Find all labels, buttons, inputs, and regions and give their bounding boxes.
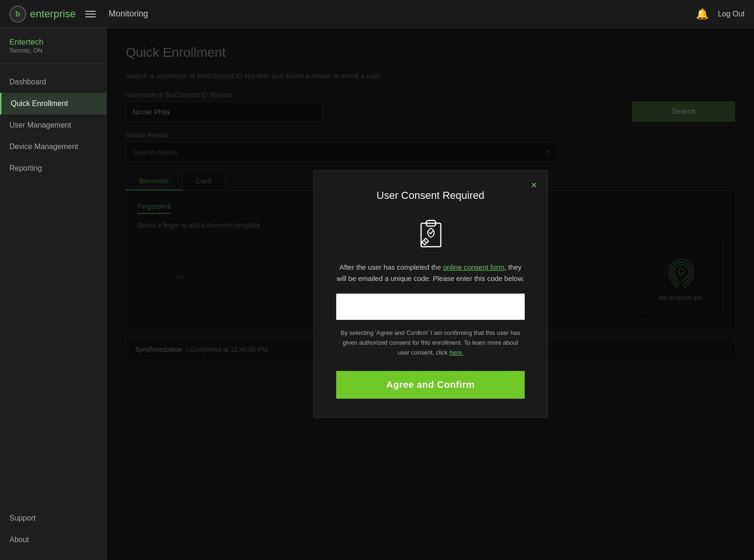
agree-confirm-button[interactable]: Agree and Confirm <box>336 371 525 399</box>
nav-left: b enterprise Monitoring <box>9 6 148 23</box>
top-nav: b enterprise Monitoring 🔔 Log Out <box>0 0 754 28</box>
main-layout: Entertech Toronto, ON Dashboard Quick En… <box>0 28 754 560</box>
company-info: Entertech Toronto, ON <box>0 38 106 64</box>
modal-overlay: × User Consent Required <box>107 28 754 560</box>
sidebar-item-about[interactable]: About <box>0 529 106 551</box>
nav-right: 🔔 Log Out <box>696 8 745 20</box>
modal-disclaimer: By selecting 'Agree and Confirm' I am co… <box>336 328 525 357</box>
learn-more-link[interactable]: here. <box>449 349 463 356</box>
modal-close-button[interactable]: × <box>531 179 537 191</box>
logo-icon: b <box>9 6 26 23</box>
svg-rect-1 <box>421 223 441 247</box>
sidebar-bottom: Support About <box>0 499 106 551</box>
sidebar-item-quick-enrollment[interactable]: Quick Enrollment <box>0 93 106 114</box>
consent-icon <box>412 213 449 250</box>
consent-form-link[interactable]: online consent form <box>443 263 505 271</box>
company-name: Entertech <box>9 38 97 47</box>
modal-body-text: After the user has completed the online … <box>336 262 525 284</box>
nav-section-label: Monitoring <box>109 9 148 19</box>
sidebar-item-dashboard[interactable]: Dashboard <box>0 71 106 93</box>
consent-code-input[interactable] <box>336 294 525 320</box>
modal-title: User Consent Required <box>336 189 525 202</box>
hamburger-menu[interactable] <box>83 9 98 19</box>
modal-icon <box>336 213 525 250</box>
sidebar-item-user-management[interactable]: User Management <box>0 114 106 136</box>
user-consent-modal: × User Consent Required <box>313 170 548 417</box>
main-content: Quick Enrollment Search a username or Bi… <box>107 28 754 560</box>
sidebar: Entertech Toronto, ON Dashboard Quick En… <box>0 28 107 560</box>
logo-name: enterprise <box>30 8 76 20</box>
notifications-icon[interactable]: 🔔 <box>696 8 709 20</box>
company-location: Toronto, ON <box>9 47 97 54</box>
logo: b enterprise <box>9 6 76 23</box>
sidebar-item-device-management[interactable]: Device Management <box>0 136 106 158</box>
sidebar-item-support[interactable]: Support <box>0 507 106 529</box>
logout-button[interactable]: Log Out <box>718 10 745 18</box>
sidebar-item-reporting[interactable]: Reporting <box>0 158 106 179</box>
